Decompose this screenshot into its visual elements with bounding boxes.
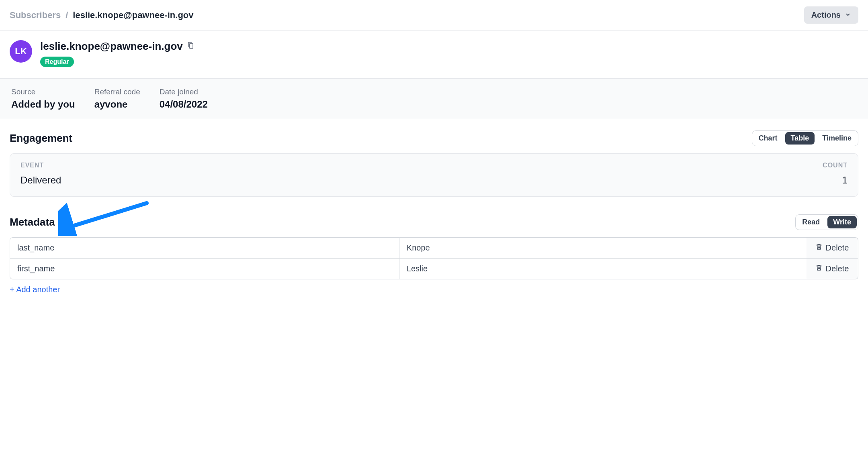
delete-label: Delete	[826, 243, 849, 252]
actions-label: Actions	[811, 10, 841, 20]
trash-icon	[815, 264, 823, 273]
breadcrumb-current: leslie.knope@pawnee-in.gov	[73, 10, 193, 20]
metadata-key-input[interactable]: last_name	[10, 237, 399, 259]
event-name: Delivered	[20, 175, 61, 186]
chevron-down-icon	[845, 10, 851, 20]
breadcrumb-root[interactable]: Subscribers	[10, 10, 61, 20]
tab-timeline[interactable]: Timeline	[816, 131, 858, 146]
info-referral-label: Referral code	[94, 88, 140, 96]
metadata-row: first_name Leslie Delete	[10, 259, 858, 279]
engagement-card: EVENT COUNT Delivered 1	[10, 153, 858, 197]
metadata-title: Metadata	[10, 216, 55, 228]
add-another-link[interactable]: + Add another	[10, 285, 60, 294]
info-referral: Referral code ayvone	[94, 88, 140, 110]
avatar: LK	[10, 40, 32, 63]
info-joined-label: Date joined	[160, 88, 208, 96]
metadata-value-input[interactable]: Knope	[399, 237, 806, 259]
metadata-table: last_name Knope Delete first_name Leslie…	[10, 237, 858, 279]
info-source-value: Added by you	[11, 99, 75, 110]
page-title: leslie.knope@pawnee-in.gov	[40, 40, 183, 53]
info-source-label: Source	[11, 88, 75, 96]
info-referral-value: ayvone	[94, 99, 140, 110]
tab-read[interactable]: Read	[796, 215, 826, 230]
engagement-title: Engagement	[10, 132, 72, 145]
info-source: Source Added by you	[11, 88, 75, 110]
event-count: 1	[842, 175, 848, 186]
tab-chart[interactable]: Chart	[752, 131, 784, 146]
breadcrumb-separator: /	[66, 10, 68, 20]
trash-icon	[815, 243, 823, 252]
metadata-key-input[interactable]: first_name	[10, 259, 399, 279]
info-joined: Date joined 04/08/2022	[160, 88, 208, 110]
copy-icon[interactable]	[187, 42, 194, 51]
col-count: COUNT	[823, 162, 848, 169]
col-event: EVENT	[20, 162, 44, 169]
delete-label: Delete	[826, 264, 849, 273]
metadata-delete-button[interactable]: Delete	[806, 259, 858, 279]
engagement-view-toggle: Chart Table Timeline	[752, 130, 858, 146]
breadcrumb: Subscribers / leslie.knope@pawnee-in.gov	[10, 10, 194, 20]
metadata-delete-button[interactable]: Delete	[806, 237, 858, 259]
actions-button[interactable]: Actions	[804, 6, 858, 24]
metadata-value-input[interactable]: Leslie	[399, 259, 806, 279]
tab-table[interactable]: Table	[785, 132, 815, 145]
tab-write[interactable]: Write	[827, 216, 857, 228]
metadata-row: last_name Knope Delete	[10, 237, 858, 259]
engagement-row: Delivered 1	[20, 175, 848, 186]
info-joined-value: 04/08/2022	[160, 99, 208, 110]
metadata-mode-toggle: Read Write	[795, 214, 858, 230]
status-badge: Regular	[40, 57, 74, 67]
